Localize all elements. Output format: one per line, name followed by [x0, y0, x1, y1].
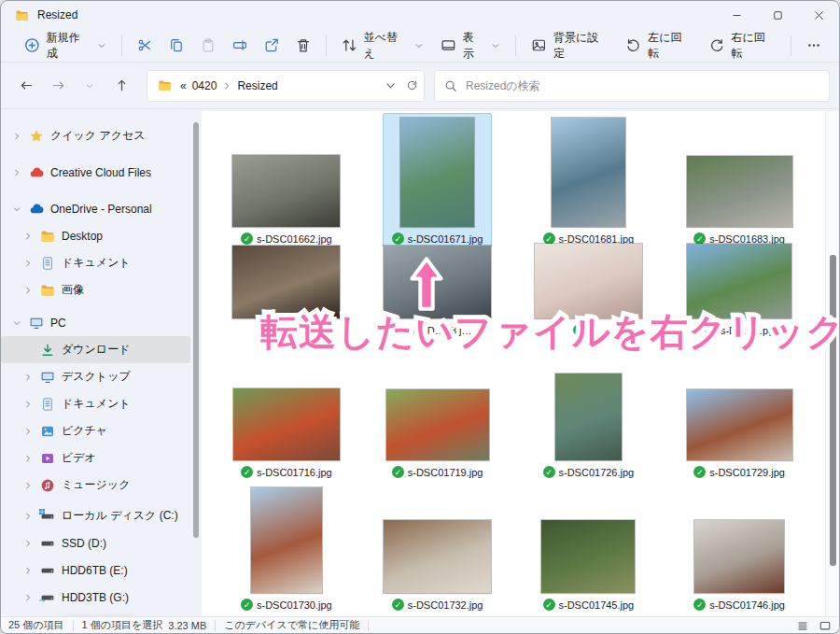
more-options-button[interactable] [798, 32, 830, 60]
file-item[interactable]: s-DS… [211, 241, 362, 339]
close-button[interactable] [798, 1, 839, 29]
back-button[interactable] [12, 72, 40, 100]
title-bar[interactable]: Resized [1, 1, 839, 29]
chevron-right-icon[interactable] [23, 593, 33, 602]
rotate-left-button[interactable]: 左に回転 [617, 32, 700, 60]
forward-button[interactable] [44, 72, 72, 100]
file-thumbnail[interactable] [384, 520, 491, 593]
sidebar-item-local-disk-c[interactable]: ローカル ディスク (C:) [1, 502, 202, 529]
set-background-button[interactable]: 背景に設定 [523, 32, 617, 60]
file-item[interactable]: s-DSC01662.jpg [211, 150, 362, 247]
sidebar-item-quick-access[interactable]: クイック アクセス [1, 122, 202, 149]
file-item[interactable]: s-D…0…pg [664, 239, 815, 339]
file-item-selected[interactable]: s-DSC01671.jpg [362, 113, 513, 247]
chevron-right-icon[interactable] [23, 566, 33, 575]
file-item[interactable]: s… [513, 239, 665, 339]
chevron-down-icon[interactable] [12, 318, 21, 328]
sidebar-item-onedrive[interactable]: OneDrive - Personal [1, 195, 202, 222]
minimize-button[interactable] [716, 1, 757, 29]
breadcrumb-item-current[interactable]: Resized [237, 79, 277, 92]
file-item[interactable]: s-D…03 j… [362, 241, 513, 339]
sidebar-item-videos[interactable]: ビデオ [1, 444, 202, 472]
sidebar-item-hdd6tb-e[interactable]: HDD6TB (E:) [1, 557, 202, 584]
file-item[interactable]: s-DSC01719.jpg [362, 385, 513, 481]
file-item[interactable]: s-DSC01730.jpg [211, 483, 362, 613]
file-name: s-DSC01716.jpg [257, 467, 332, 478]
file-item[interactable]: s-DSC01745.jpg [513, 515, 665, 613]
chevron-right-icon[interactable] [23, 454, 33, 463]
new-button[interactable]: 新規作成 [16, 32, 115, 60]
chevron-right-icon[interactable] [23, 286, 33, 295]
file-thumbnail[interactable] [555, 373, 622, 460]
sidebar-item-documents-onedrive[interactable]: ドキュメント [1, 249, 202, 276]
chevron-right-icon[interactable] [23, 232, 33, 241]
maximize-button[interactable] [757, 1, 798, 29]
sidebar-item-documents-pc[interactable]: ドキュメント [1, 390, 202, 417]
rename-button[interactable] [224, 32, 256, 60]
address-bar[interactable]: « 0420 Resized [147, 70, 425, 102]
chevron-right-icon[interactable] [23, 373, 33, 382]
file-thumbnail[interactable] [386, 389, 489, 460]
details-view-icon[interactable] [796, 619, 809, 632]
file-item[interactable]: s-DSC01716.jpg [211, 384, 362, 481]
chevron-right-icon[interactable] [23, 539, 33, 548]
sidebar-item-desktop-onedrive[interactable]: Desktop [1, 222, 202, 249]
sidebar-item-creative-cloud-files[interactable]: Creative Cloud Files [1, 159, 202, 186]
chevron-right-icon[interactable] [23, 400, 33, 409]
chevron-right-icon[interactable] [12, 168, 21, 177]
chevron-right-icon[interactable] [23, 259, 33, 268]
sidebar-item-downloads[interactable]: ダウンロード [1, 336, 190, 363]
file-item[interactable]: s-DSC01746.jpg [664, 515, 815, 613]
file-thumbnail[interactable] [251, 487, 322, 593]
sidebar-scrollbar[interactable] [193, 122, 199, 538]
sidebar-item-hdd3tb-g[interactable]: HDD3TB (G:) [1, 584, 202, 611]
file-item[interactable]: s-DSC01732.jpg [362, 515, 513, 613]
chevron-down-icon[interactable] [12, 204, 21, 214]
file-thumbnail[interactable] [400, 118, 474, 227]
file-item[interactable]: s-DSC01729.jpg [664, 385, 815, 481]
chevron-right-icon[interactable] [23, 512, 33, 521]
up-button[interactable] [107, 72, 135, 100]
file-thumbnail[interactable] [232, 246, 340, 318]
main-scrollbar-thumb[interactable] [830, 255, 836, 566]
sidebar-item-music[interactable]: ミュージック [1, 472, 202, 499]
file-item[interactable]: s-DSC01681.jpg [513, 113, 665, 247]
cut-button[interactable] [129, 32, 161, 60]
sidebar-item-pictures[interactable]: ピクチャ [1, 417, 202, 444]
file-item[interactable]: s-DSC01726.jpg [513, 369, 665, 481]
breadcrumb-item-root[interactable]: 0420 [192, 79, 217, 92]
breadcrumb-overflow[interactable]: « [180, 79, 187, 92]
file-thumbnail[interactable] [694, 520, 784, 593]
file-thumbnail[interactable] [687, 156, 792, 227]
refresh-icon[interactable] [406, 79, 418, 92]
copy-button[interactable] [161, 32, 192, 60]
rotate-right-button[interactable]: 右に回転 [701, 32, 784, 60]
file-thumbnail[interactable] [552, 118, 625, 227]
sidebar-item-desktop-pc[interactable]: デスクトップ [1, 363, 202, 390]
history-dropdown-button[interactable] [76, 72, 104, 100]
sidebar-item-pc[interactable]: PC [1, 309, 202, 336]
large-thumbnails-view-icon[interactable] [819, 619, 832, 632]
file-thumbnail[interactable] [384, 246, 491, 318]
search-box[interactable] [434, 70, 830, 102]
main-scrollbar[interactable] [825, 111, 839, 616]
file-thumbnail[interactable] [541, 520, 635, 593]
file-thumbnail[interactable] [535, 244, 642, 318]
sort-button[interactable]: 並べ替え [333, 32, 432, 60]
sidebar-item-ssd-d[interactable]: SSD (D:) [1, 529, 202, 557]
file-thumbnail[interactable] [233, 388, 340, 460]
sidebar-item-images-onedrive[interactable]: 画像 [1, 276, 202, 303]
delete-button[interactable] [287, 32, 319, 60]
file-thumbnail[interactable] [687, 389, 792, 460]
view-button[interactable]: 表示 [432, 32, 509, 60]
file-item[interactable]: s-DSC01683.jpg [664, 151, 815, 247]
share-button[interactable] [256, 32, 287, 60]
file-thumbnail[interactable] [687, 244, 791, 318]
chevron-right-icon[interactable] [23, 427, 33, 436]
chevron-right-icon[interactable] [23, 481, 33, 490]
file-thumbnail[interactable] [232, 155, 340, 227]
paste-button[interactable] [192, 32, 224, 60]
chevron-down-icon[interactable] [385, 79, 397, 92]
chevron-right-icon[interactable] [12, 132, 21, 141]
search-input[interactable] [466, 79, 819, 92]
